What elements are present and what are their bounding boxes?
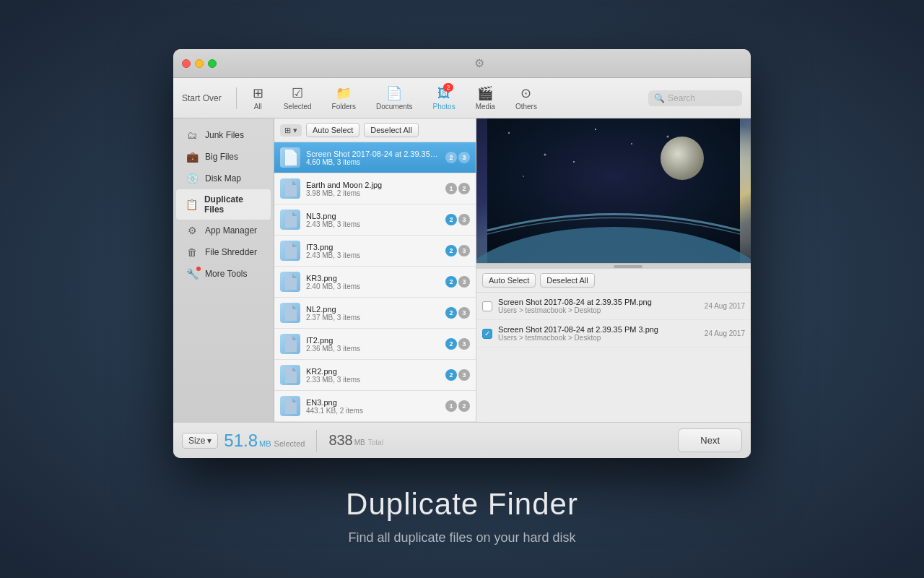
file-item[interactable]: NL3.png 2.43 MB, 3 items 2 3	[274, 204, 476, 236]
auto-select-button[interactable]: Auto Select	[306, 123, 359, 137]
selected-unit: MB	[259, 439, 271, 448]
file-item[interactable]: IT3.png 2.43 MB, 3 items 2 3	[274, 236, 476, 267]
search-icon: 🔍	[654, 93, 665, 103]
more-tools-icon: 🔧	[185, 268, 199, 280]
toolbar-others[interactable]: ⊙ Others	[508, 84, 544, 112]
toolbar-photos[interactable]: 🖼 2 Photos	[426, 85, 463, 112]
preview-scrollbar[interactable]	[476, 263, 751, 269]
start-over-button[interactable]: Start Over	[182, 93, 222, 103]
file-item-badges: 2 3	[445, 338, 470, 350]
file-item-badges: 2 3	[445, 152, 470, 163]
minimize-button[interactable]	[195, 59, 204, 68]
file-item-name: Earth and Moon 2.jpg	[306, 181, 440, 189]
sort-dropdown[interactable]: Size ▾	[182, 433, 218, 449]
preview-checkbox-2[interactable]: ✓	[482, 329, 492, 339]
preview-image-svg	[476, 118, 751, 263]
sidebar-item-label: More Tools	[205, 269, 247, 279]
toolbar-all[interactable]: ⊞ All	[245, 84, 271, 112]
file-icon	[280, 178, 300, 199]
documents-icon: 📄	[386, 86, 402, 100]
sidebar-item-label: File Shredder	[205, 247, 257, 257]
file-list-toolbar: ⊞ ▾ Auto Select Deselect All	[274, 118, 476, 142]
file-item-meta: 2.37 MB, 3 items	[306, 314, 440, 322]
sidebar-item-app-manager[interactable]: ⚙ App Manager	[176, 220, 271, 241]
sidebar-item-label: App Manager	[205, 225, 257, 236]
file-item-meta: 2.43 MB, 3 items	[306, 220, 440, 228]
preview-item[interactable]: ✓ Screen Shot 2017-08-24 at 2.39.35 PM 3…	[476, 320, 751, 348]
svg-point-6	[573, 161, 575, 163]
file-item-info: KR3.png 2.40 MB, 3 items	[306, 274, 440, 290]
file-shredder-icon: 🗑	[185, 246, 199, 258]
others-label: Others	[515, 103, 537, 111]
sidebar-item-duplicate-files[interactable]: 📋 Duplicate Files	[176, 189, 271, 220]
file-item-name: KR2.png	[306, 367, 440, 376]
app-title: Duplicate Finder	[346, 487, 578, 522]
svg-point-5	[523, 176, 524, 177]
preview-item-name: Screen Shot 2017-08-24 at 2.39.35 PM 3.p…	[498, 325, 699, 334]
toolbar-folders[interactable]: 📁 Folders	[325, 84, 363, 112]
settings-icon[interactable]: ⚙	[474, 56, 484, 70]
file-icon	[280, 272, 300, 292]
file-item[interactable]: Screen Shot 2017-08-24 at 2.39.35 P... 4…	[274, 142, 476, 173]
file-item-name: EN3.png	[306, 398, 440, 407]
close-button[interactable]	[182, 59, 191, 68]
file-item-meta: 2.33 MB, 3 items	[306, 376, 440, 384]
badge-1: 2	[445, 307, 457, 319]
preview-image	[476, 118, 751, 263]
file-item[interactable]: KR3.png 2.40 MB, 3 items 2 3	[274, 267, 476, 298]
search-input[interactable]	[668, 93, 736, 103]
svg-point-1	[508, 132, 510, 134]
total-info: 838 MB Total	[328, 432, 383, 449]
sidebar-item-big-files[interactable]: 💼 Big Files	[176, 146, 271, 168]
svg-point-8	[661, 137, 704, 180]
all-label: All	[254, 103, 262, 111]
badge-1: 2	[445, 152, 457, 163]
photos-badge: 2	[443, 83, 453, 92]
file-item[interactable]: Earth and Moon 2.jpg 3.98 MB, 2 items 1 …	[274, 173, 476, 204]
file-item[interactable]: KR2.png 2.33 MB, 3 items 2 3	[274, 360, 476, 391]
preview-area: Auto Select Deselect All Screen Shot 201…	[476, 118, 751, 422]
sidebar-item-label: Big Files	[205, 152, 238, 162]
svg-point-4	[631, 143, 632, 144]
badge-2: 2	[458, 183, 470, 194]
file-list-area: ⊞ ▾ Auto Select Deselect All Screen Shot…	[274, 118, 476, 422]
file-item[interactable]: EN3.png 443.1 KB, 2 items 1 2	[274, 391, 476, 422]
badge-2: 3	[458, 307, 470, 319]
deselect-all-button[interactable]: Deselect All	[364, 123, 418, 137]
file-item-info: IT3.png 2.43 MB, 3 items	[306, 243, 440, 259]
file-item-info: NL2.png 2.37 MB, 3 items	[306, 305, 440, 322]
preview-item-date: 24 Aug 2017	[705, 329, 745, 337]
preview-items: Screen Shot 2017-08-24 at 2.39.35 PM.png…	[476, 293, 751, 422]
sidebar-item-disk-map[interactable]: 💿 Disk Map	[176, 168, 271, 189]
maximize-button[interactable]	[208, 59, 217, 68]
selected-label: Selected	[274, 439, 305, 448]
sidebar-item-label: Duplicate Files	[204, 194, 262, 215]
preview-item-info: Screen Shot 2017-08-24 at 2.39.35 PM.png…	[498, 298, 699, 314]
path-text: Users > testmacbook > Desktop	[498, 306, 601, 314]
file-item-badges: 2 3	[445, 276, 470, 288]
file-icon	[280, 365, 300, 385]
toolbar-selected[interactable]: ☑ Selected	[276, 84, 319, 112]
toolbar-documents[interactable]: 📄 Documents	[369, 84, 420, 112]
view-toggle[interactable]: ⊞ ▾	[280, 124, 302, 137]
others-icon: ⊙	[520, 86, 531, 100]
app-window: ⚙ Start Over ⊞ All ☑ Selected 📁 Folders	[173, 49, 751, 458]
next-button[interactable]: Next	[678, 428, 742, 452]
sidebar-item-junk-files[interactable]: 🗂 Junk Files	[176, 124, 271, 146]
preview-auto-select-button[interactable]: Auto Select	[482, 273, 536, 288]
toolbar-media[interactable]: 🎬 Media	[468, 84, 502, 112]
badge-1: 2	[445, 245, 457, 256]
file-item[interactable]: IT2.png 2.36 MB, 3 items 2 3	[274, 329, 476, 360]
preview-item[interactable]: Screen Shot 2017-08-24 at 2.39.35 PM.png…	[476, 293, 751, 320]
preview-deselect-all-button[interactable]: Deselect All	[540, 273, 594, 288]
app-subtitle: Find all duplicate files on your hard di…	[346, 530, 578, 545]
file-item[interactable]: NL2.png 2.37 MB, 3 items 2 3	[274, 298, 476, 329]
photos-label: Photos	[433, 103, 456, 111]
file-icon	[280, 396, 300, 416]
preview-checkbox-1[interactable]	[482, 301, 492, 311]
sidebar-item-more-tools[interactable]: 🔧 More Tools	[176, 263, 271, 285]
sidebar-item-file-shredder[interactable]: 🗑 File Shredder	[176, 241, 271, 263]
file-item-badges: 2 3	[445, 369, 470, 381]
folders-icon-wrap: 📁	[336, 85, 352, 101]
path-text: Users > testmacbook > Desktop	[498, 334, 601, 342]
